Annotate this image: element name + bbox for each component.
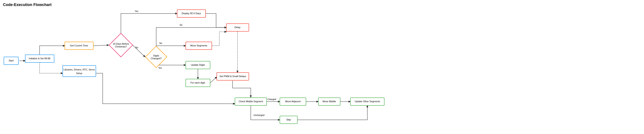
node-delay-label: Delay xyxy=(234,26,241,29)
node-checkmid-label: Check Middle Segment xyxy=(238,100,263,103)
edge-libsetup-checkmid xyxy=(79,73,235,104)
node-skip-label: Skip xyxy=(286,118,291,121)
node-updatedigits-label: Update Digits xyxy=(191,63,205,66)
node-display00x-label: Display 00:X Days xyxy=(182,12,201,15)
node-moveseg-label: Move Segments xyxy=(190,44,207,47)
node-libsetup-label2: Setup xyxy=(76,72,82,75)
flowchart-svg: Yes No No Yes Changed Unchanged No Start… xyxy=(0,0,644,134)
label-changed: Changed xyxy=(268,98,276,100)
node-init-label: Initialize & Set 88:88 xyxy=(29,57,50,60)
node-tendaysq-label2: Christmas? xyxy=(115,45,127,48)
node-start-label: Start xyxy=(8,59,14,62)
node-getcurrtime-label: Get Current Time xyxy=(70,44,88,47)
edge-setpwm-checkmid xyxy=(232,81,251,97)
label-yes-update: Yes xyxy=(158,67,162,69)
node-moveadj-label: Move Adjacent xyxy=(285,100,300,103)
edge-tendays-no-digits xyxy=(133,45,145,57)
node-digitschanged-label1: Digits xyxy=(153,54,159,57)
label-no-digits: No xyxy=(136,46,138,49)
edge-digits-no-moveseg xyxy=(156,46,186,46)
edge-getcurr-tendays xyxy=(93,45,109,46)
node-digitschanged-label2: Changed? xyxy=(151,57,162,60)
label-no2: No xyxy=(180,24,182,26)
edge-tendays-yes-display xyxy=(121,14,177,33)
label-unchanged: Unchanged xyxy=(254,114,264,116)
node-movemid-label: Move Middle xyxy=(323,100,336,103)
node-libsetup xyxy=(63,65,96,77)
node-foreachdigit-label: For each digit: xyxy=(190,81,206,84)
edge-checkmid-skip xyxy=(251,105,280,120)
label-no-moveseg: No xyxy=(160,42,162,44)
edge-init-getcurr xyxy=(40,46,65,55)
edge-skip-updateother xyxy=(298,105,367,120)
edge-moveseg-delay xyxy=(212,32,226,46)
node-libsetup-label1: Libraries, Drivers, RTC, Servo xyxy=(64,68,95,71)
edge-init-libsetup xyxy=(40,62,63,73)
edge-foreach-setpwm xyxy=(210,77,217,83)
node-updateother-label: Update Other Segments xyxy=(355,100,380,103)
edge-display-delay xyxy=(206,14,226,28)
label-yes-display: Yes xyxy=(135,10,138,13)
node-setpwm-label: Set PWM & Small Delays xyxy=(220,75,246,78)
node-tendaysq-label1: 10 Days Before xyxy=(113,42,129,45)
